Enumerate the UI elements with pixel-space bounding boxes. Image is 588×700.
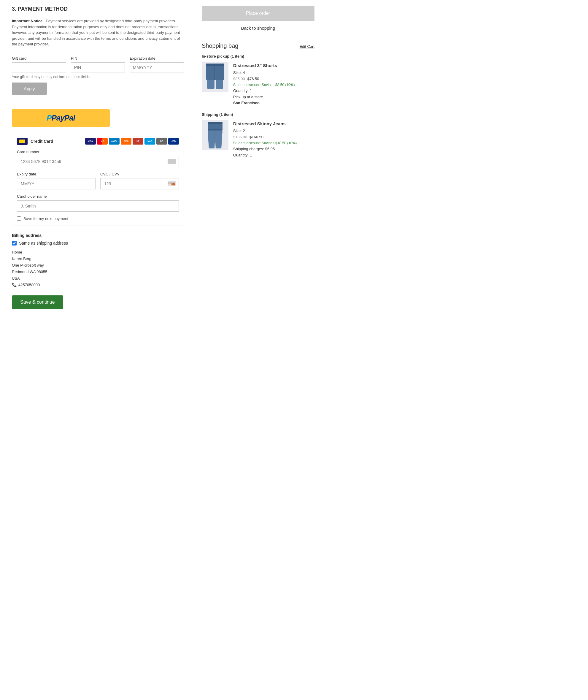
item1-price-original: $85.00 [233,76,245,82]
svg-rect-5 [206,63,215,80]
item1-size: Size: 4 [233,70,314,76]
save-checkbox-group: Save for my next payment [17,216,179,221]
svg-rect-13 [208,122,223,124]
card-number-label: Card number [17,150,179,154]
gc-expiry-label: Expiration date [130,56,184,61]
item1-quantity: Quantity: 1 [233,88,314,94]
item1-price: $85.00 $76.50 [233,76,314,82]
gift-card-input[interactable] [12,62,66,72]
bag-item-2: Distressed Skinny Jeans Size: 2 $185.00 … [202,120,314,158]
cvc-group: CVC / CVV [100,172,179,189]
svg-point-3 [171,183,174,185]
card-number-group: Card number [17,150,179,167]
card-number-input[interactable] [17,156,179,167]
address-street: One Microsoft way [12,262,184,269]
expiry-field-group: Expiration date [130,56,184,72]
phone-icon: 📞 [12,282,17,288]
item2-image-svg [205,122,225,148]
shipping-section: Shipping (1 item) Distressed Skinny Jean… [202,112,314,158]
address-type: Home [12,249,184,255]
divider-1 [12,102,184,102]
item1-details: Distressed 3" Shorts Size: 4 $85.00 $76.… [233,62,314,106]
maestro-logo: MAE [144,138,155,145]
cardholder-group: Cardholder name [17,194,179,212]
item2-price: $185.00 $166.50 [233,134,314,140]
save-label: Save for my next payment [23,216,68,221]
address-country: USA [12,275,184,282]
expiry-date-group: Expiry date [17,172,96,189]
right-column: Place order Back to shopping Shopping ba… [202,6,314,309]
svg-rect-7 [206,63,224,66]
shipping-title: Shipping (1 item) [202,112,314,117]
cvc-wrapper [100,178,179,189]
svg-rect-9 [207,80,214,89]
item2-image [202,120,228,150]
item1-pickup-store: San Francisco [233,100,314,106]
apply-button[interactable]: Apply [12,82,47,95]
same-address-checkbox[interactable] [12,241,17,245]
item2-quantity: Quantity: 1 [233,152,314,158]
amex-logo: AMEX [109,138,120,145]
item2-price-current: $166.50 [249,134,263,140]
item1-name: Distressed 3" Shorts [233,62,314,69]
instore-section: In-store pickup (1 item) [202,54,314,106]
instore-title: In-store pickup (1 item) [202,54,314,58]
visa-logo: VISA [85,138,96,145]
svg-rect-10 [216,80,223,89]
item1-pickup: Pick up at a store [233,94,314,100]
paypal-button[interactable]: PPayPal [12,109,110,127]
pin-input[interactable] [71,62,125,72]
credit-card-section: Credit Card VISA MC AMEX DISC UP MAE DC … [12,133,184,226]
credit-card-icon [17,138,28,145]
important-notice-label: Important Notice. [12,19,44,23]
paypal-p-char: P [47,113,51,122]
shopping-bag-header: Shopping bag Edit Cart [202,42,314,49]
shopping-bag-title: Shopping bag [202,42,238,49]
item1-image-svg [205,63,225,90]
save-checkbox[interactable] [17,216,21,220]
gc-expiry-input[interactable] [130,62,184,72]
mastercard-logo: MC [97,138,108,145]
left-column: 3. PAYMENT METHOD Important Notice. Paym… [12,6,184,309]
same-address-label: Same as shipping address [19,241,68,245]
item1-discount: Student discount: Savings $8.50 (10%) [233,82,314,88]
svg-rect-6 [215,63,224,80]
cvc-input[interactable] [100,178,179,189]
gift-card-label: Gift card [12,56,66,61]
card-logos: VISA MC AMEX DISC UP MAE DC JCB [85,138,179,145]
pin-field-group: PIN [71,56,125,72]
credit-card-label: Credit Card [31,139,53,144]
item2-discount: Student discount: Savings $18.50 (10%) [233,140,314,146]
billing-section: Billing address Same as shipping address… [12,233,184,288]
cc-row: Expiry date CVC / CVV [17,172,179,194]
section-title: 3. PAYMENT METHOD [12,6,184,12]
place-order-button[interactable]: Place order [202,6,314,21]
item1-pickup-label: Pick up at a store [233,95,263,99]
card-number-wrapper [17,156,179,167]
cardholder-input[interactable] [17,200,179,212]
cardholder-label: Cardholder name [17,194,179,199]
paypal-text: PayPal [52,113,75,122]
item2-size: Size: 2 [233,128,314,134]
gift-card-field-group: Gift card [12,56,66,72]
unionpay-logo: UP [133,138,143,145]
gift-card-section: Gift card PIN Expiration date Your gift … [12,56,184,95]
item2-shipping-charges: Shipping charges: $6.95 [233,146,314,152]
cvc-icon [168,180,176,187]
expiry-date-input[interactable] [17,178,96,189]
item2-price-original: $185.00 [233,134,247,140]
item2-name: Distressed Skinny Jeans [233,120,314,127]
item1-image [202,62,228,92]
cc-label-group: Credit Card [17,138,53,145]
gift-card-hint: Your gift card may or may not include th… [12,75,184,79]
address-name: Karen Berg [12,255,184,262]
pin-label: PIN [71,56,125,61]
cc-icon-inner [19,139,25,143]
cvc-label: CVC / CVV [100,172,179,176]
back-to-shopping-link[interactable]: Back to shopping [202,26,314,31]
phone-number: 4257058000 [18,282,40,288]
edit-cart-link[interactable]: Edit Cart [299,44,314,49]
credit-card-header: Credit Card VISA MC AMEX DISC UP MAE DC … [17,138,179,145]
save-continue-button[interactable]: Save & continue [12,295,63,309]
address-block: Home Karen Berg One Microsoft way Redmon… [12,249,184,288]
